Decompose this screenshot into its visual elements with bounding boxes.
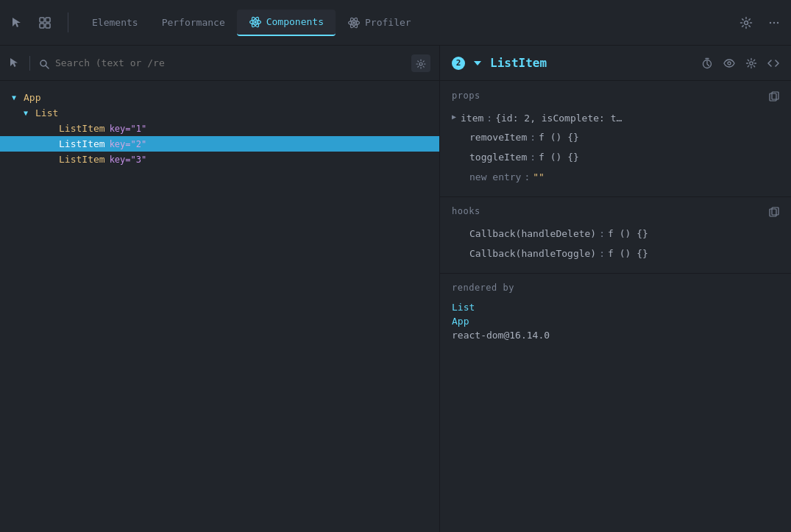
prop-key-toggleitem: toggleItem [469, 150, 527, 166]
more-options-icon[interactable] [763, 13, 785, 32]
prop-removeitem: removeItem : f () {} [452, 128, 779, 148]
hooks-section: hooks Callback(handleDelete) : f () {} C… [440, 197, 791, 274]
props-section: props ▶ item : {id: 2, isComplete: t… re… [440, 81, 791, 197]
component-label: ListItem [59, 138, 105, 149]
component-label: ListItem [59, 123, 105, 134]
component-badge: 2 [452, 57, 465, 70]
tab-performance[interactable]: Performance [150, 11, 237, 34]
search-icon [39, 57, 49, 69]
prop-value-removeitem: f () {} [539, 130, 579, 146]
gear-svg [739, 16, 753, 29]
prop-item[interactable]: ▶ item : {id: 2, isComplete: t… [452, 109, 779, 129]
search-bar [0, 46, 439, 81]
svg-point-13 [770, 22, 771, 24]
prop-expand-icon[interactable]: ▶ [452, 111, 456, 123]
component-header: 2 ListItem [440, 46, 791, 81]
svg-point-17 [419, 63, 422, 65]
settings-cog-icon[interactable] [745, 57, 757, 69]
ellipsis-svg [767, 16, 781, 29]
prop-value-item: {id: 2, isComplete: t… [495, 111, 622, 127]
svg-point-21 [750, 62, 753, 65]
arrow-down-icon: ▼ [12, 93, 21, 102]
hook-handletoggle: Callback(handleToggle) : f () {} [452, 244, 779, 264]
prop-key-removeitem: removeItem [469, 130, 527, 146]
divider [29, 56, 30, 71]
cursor-tool-icon[interactable] [9, 57, 21, 70]
left-panel: ▼ App ▼ List ▶ ListItem key="1" ▶ ListIt… [0, 46, 440, 532]
search-input[interactable] [55, 57, 405, 68]
svg-point-14 [773, 22, 775, 24]
hooks-label: hooks [452, 206, 480, 216]
tree-node-list[interactable]: ▼ List [0, 105, 439, 121]
svg-marker-18 [474, 61, 481, 65]
rendered-by-app[interactable]: App [452, 314, 779, 328]
rendered-by-label: rendered by [452, 283, 514, 293]
tab-bar: Elements Performance Components Profiler [0, 0, 791, 46]
svg-rect-1 [46, 18, 50, 22]
inspect-icon[interactable] [34, 13, 56, 32]
tab-elements[interactable]: Elements [80, 11, 150, 34]
settings-icon[interactable] [735, 13, 757, 32]
copy-hooks-icon[interactable] [769, 206, 779, 218]
svg-point-4 [254, 21, 257, 24]
svg-point-12 [745, 21, 748, 24]
component-arrow-icon [472, 58, 483, 68]
timer-icon[interactable] [701, 57, 713, 69]
component-header-name: ListItem [490, 56, 694, 70]
right-panel: 2 ListItem [440, 46, 791, 532]
hooks-section-header: hooks [452, 206, 779, 218]
prop-key-newentry: new entry [469, 170, 521, 185]
hook-value-handletoggle: f () {} [608, 247, 648, 262]
tab-performance-label: Performance [162, 17, 225, 28]
svg-point-8 [352, 21, 355, 24]
tree-node-listitem2[interactable]: ▶ ListItem key="2" [0, 136, 439, 152]
tree-node-listitem1[interactable]: ▶ ListItem key="1" [0, 121, 439, 136]
tab-components[interactable]: Components [237, 10, 336, 36]
rendered-by-header: rendered by [452, 283, 779, 293]
component-tree: ▼ App ▼ List ▶ ListItem key="1" ▶ ListIt… [0, 81, 439, 532]
tree-node-listitem3[interactable]: ▶ ListItem key="3" [0, 152, 439, 167]
prop-key-item: item [461, 111, 483, 127]
tab-components-label: Components [266, 16, 324, 27]
prop-newentry: new entry : "" [452, 168, 779, 188]
props-label: props [452, 91, 480, 101]
header-icons [701, 57, 779, 69]
cursor-icon[interactable] [6, 13, 28, 32]
settings-icon[interactable] [411, 54, 430, 72]
copy-props-icon[interactable] [769, 90, 779, 102]
tab-end-icons [729, 13, 785, 32]
svg-point-20 [728, 62, 731, 65]
tab-elements-label: Elements [92, 17, 138, 28]
svg-rect-0 [40, 18, 44, 22]
svg-point-15 [777, 22, 778, 24]
hook-key-handledelete: Callback(handleDelete) [469, 227, 596, 242]
main-layout: ▼ App ▼ List ▶ ListItem key="1" ▶ ListIt… [0, 46, 791, 532]
hook-value-handledelete: f () {} [608, 227, 648, 242]
component-label: ListItem [59, 154, 105, 165]
arrow-down-icon: ▼ [24, 109, 32, 117]
key-attribute: key="1" [110, 124, 147, 134]
prop-value-toggleitem: f () {} [539, 150, 579, 166]
props-section-header: props [452, 90, 779, 102]
rendered-by-list[interactable]: List [452, 300, 779, 314]
rendered-by-section: rendered by List App react-dom@16.14.0 [440, 274, 791, 532]
key-attribute: key="2" [110, 139, 147, 149]
react-icon-profiler [347, 16, 361, 29]
tab-profiler[interactable]: Profiler [336, 10, 423, 35]
tab-profiler-label: Profiler [365, 17, 411, 28]
component-label: List [35, 107, 58, 118]
key-attribute: key="3" [110, 155, 147, 165]
svg-rect-3 [46, 24, 50, 28]
source-code-icon[interactable] [767, 57, 779, 69]
rendered-by-reactdom: react-dom@16.14.0 [452, 328, 779, 342]
tree-node-app[interactable]: ▼ App [0, 90, 439, 105]
prop-value-newentry: "" [533, 170, 545, 185]
devtools-icons [6, 13, 68, 32]
component-label: App [24, 92, 40, 103]
react-icon-components [249, 15, 262, 29]
eye-icon[interactable] [723, 57, 735, 69]
prop-toggleitem: toggleItem : f () {} [452, 148, 779, 168]
svg-rect-2 [40, 24, 44, 28]
hook-handledelete: Callback(handleDelete) : f () {} [452, 224, 779, 244]
hook-key-handletoggle: Callback(handleToggle) [469, 247, 596, 262]
